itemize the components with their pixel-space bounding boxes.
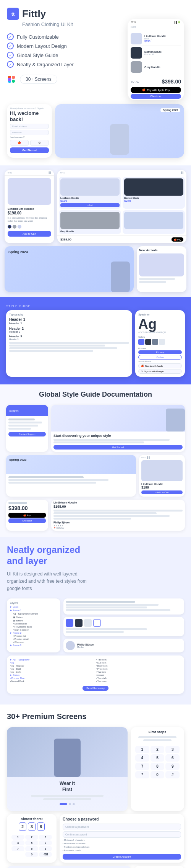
otp-1[interactable]: 2 (19, 822, 26, 831)
product-name-1: Boston Black (144, 51, 181, 53)
grid-price-1: $199 (60, 199, 120, 203)
key-6[interactable]: 6 (165, 754, 180, 762)
style-doc-title: Global Style Guide Documentation (6, 391, 185, 399)
grid-price-2: $245 (124, 199, 183, 203)
neatly-title: Neatly organized and layer (7, 544, 184, 567)
showcase-section-1: 9:41▐▐ Lindbleum Hoodie $198.00 In a blu… (0, 165, 191, 297)
key-8[interactable]: 8 (151, 763, 165, 770)
key-5[interactable]: 5 (151, 754, 165, 762)
hero-section: tt Fittly Fashion Clothing UI Kit ✓ Full… (0, 0, 191, 165)
hoodie-name-doc: Lindleum Hoodie (141, 483, 183, 485)
apple-pay-button[interactable]: 🍎Pay with Apple Pay (131, 87, 181, 93)
add-btn-1[interactable]: + Add (60, 203, 120, 207)
typo-h1-sub: Header 1 (9, 322, 129, 325)
onboarding-title: Wear it First (60, 781, 75, 793)
hoodie-add-btn[interactable]: + Add to Cart (141, 490, 183, 494)
otp-key-0[interactable]: 0 (25, 852, 38, 857)
get-started-button[interactable]: Get Started (10, 147, 49, 153)
choose-pw-input[interactable]: Choose a password (63, 824, 181, 830)
google-signin[interactable]: G (30, 140, 49, 146)
confirm-pw-input[interactable]: Confirm password (63, 831, 181, 838)
otp-key-2[interactable]: 2 (25, 835, 38, 840)
social-google[interactable]: GSign in with Google (138, 369, 182, 374)
profile-layer: Philip Sjöson (77, 643, 94, 646)
phone-hoodie-doc: 9:41 ▐▐ Lindleum Hoodie $199 + Add to Ca… (139, 455, 185, 497)
apple-signin[interactable]: 🍎 (10, 140, 29, 146)
otp-key-1[interactable]: 1 (11, 835, 24, 840)
brand-icon: tt (7, 8, 19, 20)
key-0[interactable]: 0 (151, 771, 165, 778)
phone-cart-doc: $398.00 🍎 Pay Checkout (6, 500, 48, 531)
almost-there-title: Almost there! (10, 817, 53, 821)
layers-full-list: ► Ag - Typography ▪ Title item ▪ Ag ▪ Su… (7, 655, 184, 694)
otp-key-9[interactable]: 9 (39, 846, 52, 851)
specimen-text: Ag (138, 317, 182, 331)
contact-support-btn[interactable]: Contact Support (8, 432, 46, 436)
phone-mockup-product: 9:41 ▐▐ 🔋 Cart Lindleum Hoodie Blue / L … (128, 19, 184, 100)
apple-pay-doc[interactable]: 🍎 Pay (8, 513, 46, 518)
otp-2[interactable]: 3 (28, 822, 36, 831)
otp-key-3[interactable]: 3 (39, 835, 52, 840)
cart-total: $398.00 (162, 78, 181, 85)
phone-password: Choose a password Choose a password Conf… (60, 814, 184, 863)
style-section-eyebrow: Style Guide (6, 304, 185, 308)
phone-onboarding: Wear it First (7, 727, 128, 811)
premium-section: 30+ Premium Screens Wear it First First … (0, 705, 191, 868)
spring-label: Spring 2023 (160, 108, 180, 112)
key-hash[interactable]: # (165, 771, 180, 778)
product-name-0: Lindleum Hoodie (144, 35, 181, 38)
key-1[interactable]: 1 (135, 746, 149, 753)
phone-support: Support Contact Support (6, 405, 48, 452)
premium-title: 30+ Premium Screens (7, 712, 184, 721)
typo-h2: Header 2 (9, 327, 129, 330)
key-9[interactable]: 9 (165, 763, 180, 770)
hoodie-price-doc: $199 (141, 485, 183, 489)
phone-get-started-1: Get started Get Started (134, 866, 184, 868)
phone-almost-there: Almost there! 2 3 8 1 2 3 4 5 6 7 8 9 0 … (7, 814, 57, 863)
phone-spring-banner: Spring 2023 (55, 104, 184, 158)
lindleum-doc-name: Lindbleum Hoodie (53, 501, 183, 504)
otp-key-4[interactable]: 4 (11, 840, 24, 845)
key-4[interactable]: 4 (135, 754, 149, 762)
detail-product-price: $198.00 (8, 211, 51, 215)
product-name-2: Gray Hoodie (144, 66, 181, 69)
otp-3[interactable]: 8 (37, 822, 45, 831)
otp-key-del[interactable]: ⌫ (39, 852, 52, 857)
button-primary-sample[interactable]: Primary (138, 350, 182, 354)
key-7[interactable]: 7 (135, 763, 149, 770)
profile-name-doc: Philip Sjöson (53, 521, 183, 524)
otp-key-5[interactable]: 5 (25, 840, 38, 845)
phone-find-style: Find YourStyle Explore (7, 866, 131, 868)
key-star[interactable]: * (135, 771, 149, 778)
social-apple[interactable]: 🍎Sign in with Apple (138, 363, 182, 368)
typo-h3: Header 3 (9, 335, 129, 338)
spring-label-2: Spring 2023 (8, 250, 130, 254)
new-arrivals-label: New Arrivals (139, 248, 184, 252)
detail-product-name: Lindbleum Hoodie (8, 207, 51, 211)
phone-listing: 9:41▐▐ Lindleum Hoodie $199 + Add Boston… (57, 170, 186, 243)
discover-btn[interactable]: Get Started (53, 445, 183, 450)
neatly-title-text: Neatly organized and layer (7, 544, 80, 566)
otp-key-7[interactable]: 7 (11, 846, 24, 851)
checkout-button[interactable]: Checkout (131, 94, 181, 99)
password-input[interactable]: Password (10, 130, 49, 135)
add-to-cart-button[interactable]: Add to Cart (8, 231, 51, 237)
key-3[interactable]: 3 (165, 746, 180, 753)
create-account-btn[interactable]: Create Account (63, 854, 181, 860)
apple-pay-btn-2[interactable]: 🍎 Pay (172, 237, 183, 242)
key-2[interactable]: 2 (151, 746, 165, 753)
layer-detail-3: Philip Sjöson Member (63, 639, 184, 652)
send-recover-btn[interactable]: Send Recovery (83, 686, 108, 691)
otp-key-8[interactable]: 8 (25, 846, 38, 851)
email-input[interactable]: Email address (10, 124, 49, 129)
neatly-section: Neatly organized and layer UI Kit is des… (0, 537, 191, 705)
button-outline-sample[interactable]: Outline (138, 355, 182, 360)
style-doc-section: Global Style Guide Documentation Support… (0, 384, 191, 537)
otp-key-6[interactable]: 6 (39, 840, 52, 845)
checkout-doc[interactable]: Checkout (8, 518, 46, 523)
brand-icon-text: tt (11, 11, 15, 17)
typo-h2-sub: Header 2 (9, 330, 129, 333)
first-steps-title: First Steps (134, 730, 181, 734)
layer-detail-1 (63, 598, 184, 615)
phone-new-arrivals: New Arrivals (137, 246, 186, 292)
